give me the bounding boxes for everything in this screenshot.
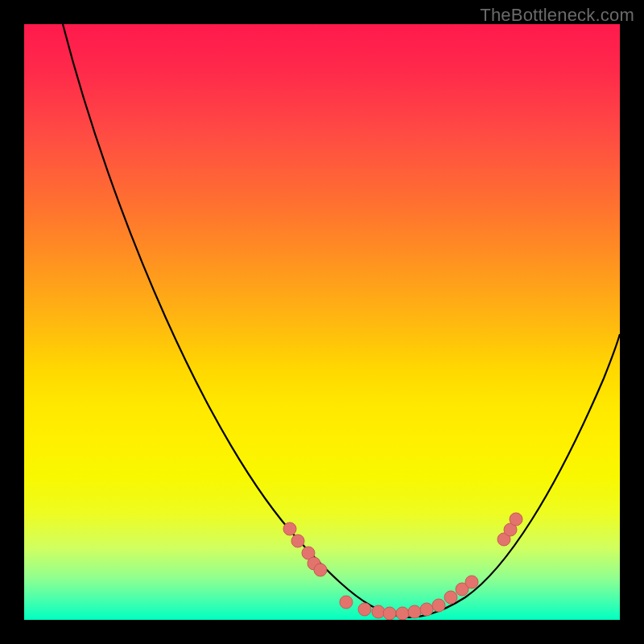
marker-dot	[444, 591, 457, 604]
plot-area	[24, 24, 620, 620]
marker-dot	[358, 603, 371, 616]
marker-dot	[510, 513, 522, 526]
bottleneck-curve	[24, 24, 620, 620]
marker-dot	[420, 603, 433, 616]
marker-dot	[408, 605, 421, 618]
curve-right-branch	[407, 334, 620, 617]
chart-frame: TheBottleneck.com	[0, 0, 644, 644]
marker-dot	[372, 605, 385, 618]
marker-dot	[314, 564, 327, 576]
marker-dot	[291, 535, 304, 547]
marker-dot	[340, 596, 353, 609]
marker-dot	[283, 522, 296, 535]
marker-dot	[396, 607, 409, 620]
marker-dot	[432, 599, 445, 612]
marker-dot	[465, 576, 478, 588]
marker-dot	[383, 607, 396, 620]
watermark-text: TheBottleneck.com	[480, 5, 634, 26]
curve-left-branch	[63, 24, 407, 617]
marker-group	[283, 513, 522, 620]
